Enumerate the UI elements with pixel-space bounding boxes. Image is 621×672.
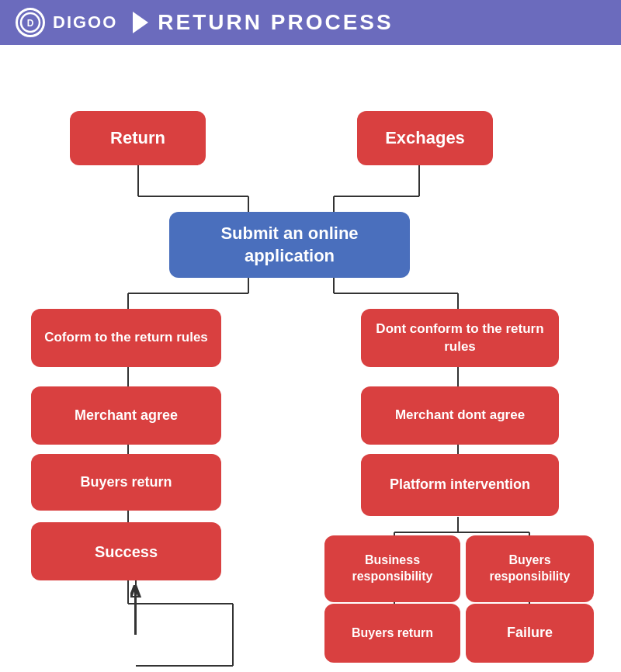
logo-icon: D	[16, 8, 45, 37]
success-node: Success	[31, 522, 221, 580]
play-icon	[133, 12, 148, 33]
merchant-agree-node: Merchant agree	[31, 386, 221, 445]
title-text: RETURN PROCESS	[158, 10, 393, 35]
exchanges-node: Exchages	[357, 111, 493, 165]
logo-text: DIGOO	[53, 12, 117, 33]
buyers-return-right-node: Buyers return	[324, 604, 460, 663]
platform-node: Platform intervention	[361, 454, 559, 516]
merchant-dont-node: Merchant dont agree	[361, 386, 559, 445]
conform-node: Coform to the return rules	[31, 309, 221, 367]
business-resp-node: Business responsibility	[324, 535, 460, 602]
buyers-resp-node: Buyers responsibility	[466, 535, 594, 602]
header: D DIGOO RETURN PROCESS	[0, 0, 621, 45]
dont-conform-node: Dont conform to the return rules	[361, 309, 559, 367]
buyers-return-left-node: Buyers return	[31, 454, 221, 511]
flowchart: Return Exchages Submit an online applica…	[0, 45, 621, 672]
header-title: RETURN PROCESS	[133, 10, 393, 35]
return-node: Return	[70, 111, 206, 165]
svg-text:D: D	[27, 18, 34, 29]
submit-node: Submit an online application	[169, 212, 410, 278]
failure-node: Failure	[466, 604, 594, 663]
